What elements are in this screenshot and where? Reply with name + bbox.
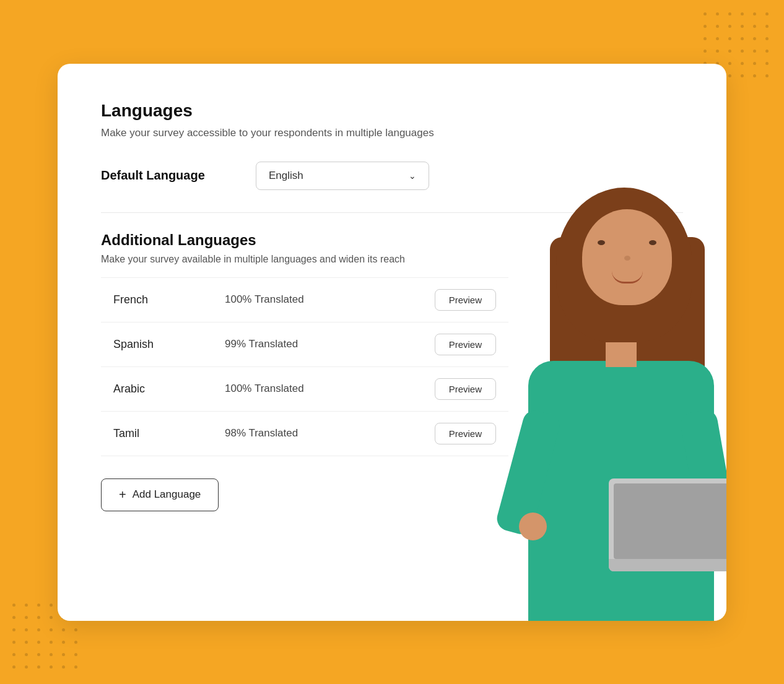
table-row: Tamil98% TranslatedPreview — [101, 412, 508, 456]
chevron-down-icon: ⌄ — [409, 171, 416, 181]
default-language-row: Default Language English ⌄ — [101, 162, 683, 190]
person-face — [582, 209, 672, 305]
translation-status: 99% Translated — [225, 338, 435, 350]
language-table: French100% TranslatedPreviewSpanish99% T… — [101, 277, 508, 456]
translation-status: 98% Translated — [225, 427, 435, 439]
default-language-label: Default Language — [101, 168, 237, 183]
person-body — [528, 361, 714, 621]
language-name: French — [113, 293, 225, 306]
translation-status: 100% Translated — [225, 293, 435, 306]
language-name: Spanish — [113, 338, 225, 351]
add-language-button[interactable]: + Add Language — [101, 478, 219, 511]
language-name: Tamil — [113, 427, 225, 440]
default-language-select[interactable]: English ⌄ — [256, 162, 429, 190]
languages-subtitle: Make your survey accessible to your resp… — [101, 127, 683, 139]
languages-section-header: Languages Make your survey accessible to… — [101, 101, 683, 139]
table-row: Spanish99% TranslatedPreview — [101, 323, 508, 367]
translation-status: 100% Translated — [225, 383, 435, 395]
default-language-value: English — [269, 170, 303, 182]
languages-title: Languages — [101, 101, 683, 121]
main-card: Languages Make your survey accessible to… — [58, 64, 726, 621]
table-row: Arabic100% TranslatedPreview — [101, 367, 508, 412]
language-name: Arabic — [113, 383, 225, 396]
person-illustration — [466, 188, 726, 621]
plus-icon: + — [119, 488, 126, 502]
table-row: French100% TranslatedPreview — [101, 277, 508, 323]
add-language-label: Add Language — [133, 488, 201, 501]
